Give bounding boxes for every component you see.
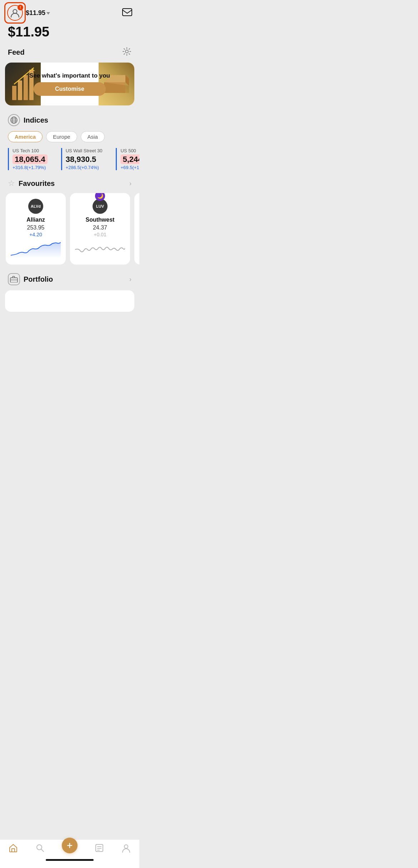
southwest-ticker: LUV [93,199,108,214]
indices-title: Indices [24,116,48,124]
favourites-chevron[interactable]: › [129,180,131,187]
feed-title: Feed [8,48,25,56]
region-tab-europe[interactable]: Europe [46,131,77,142]
feed-header: Feed [0,47,139,63]
briefcase-icon [8,273,20,285]
banner-text: See what's important to you [29,72,110,79]
allianz-ticker: ALVd [28,199,43,214]
index-name: US 500 [120,148,139,153]
index-name: US Tech 100 [13,148,48,153]
fav-left: ☆ Favourites [8,179,55,188]
avatar[interactable]: ! [7,5,23,21]
index-name: US Wall Street 30 [66,148,103,153]
index-change: +69.5(+1.34%) [120,165,139,170]
index-change: +286.5(+0.74%) [66,165,103,170]
svg-rect-3 [12,86,16,100]
portfolio-title: Portfolio [24,275,53,283]
portfolio-chevron[interactable]: › [129,276,131,283]
feed-banner-card: See what's important to you Customise [5,63,134,105]
southwest-name: Southwest [75,217,125,223]
customise-button[interactable]: Customise [34,82,106,96]
star-icon: ☆ [8,179,15,188]
svg-point-2 [125,50,128,53]
feed-settings-button[interactable] [122,47,131,58]
southwest-chart [75,241,125,258]
svg-rect-5 [24,75,28,100]
big-balance: $11.95 [0,23,139,47]
indices-scroll: US Tech 100 18,065.4 +316.8(+1.79%) US W… [0,148,139,170]
balance-dropdown-arrow[interactable] [46,12,50,15]
allianz-chart [11,241,61,258]
indices-header: Indices [0,114,139,131]
fav-card-brent[interactable]: ● Brent 78.0 -0.2 [134,193,139,265]
allianz-price: 253.95 [11,225,61,231]
region-tabs: America Europe Asia [0,131,139,148]
index-change: +316.8(+1.79%) [13,165,48,170]
southwest-price: 24.37 [75,225,125,231]
briefcase-svg [10,276,18,282]
favourites-scroll: ALVd Allianz 253.95 +4.20 🌙 LUV Southwes… [0,193,139,265]
avatar-container[interactable]: ! [7,5,23,21]
allianz-change: +4.20 [11,232,61,237]
header-balance: $11.95 [26,9,45,17]
index-value: 18,065.4 [13,155,48,164]
southwest-change: +0.01 [75,232,125,237]
favourites-header: ☆ Favourites › [0,179,139,193]
region-tab-america[interactable]: America [8,131,43,142]
index-item-us-500[interactable]: US 500 5,244.1 +69.5(+1.34%) [116,148,139,170]
globe-icon [8,114,20,126]
app-header: ! $11.95 [0,0,139,23]
svg-point-0 [13,10,17,14]
fav-card-allianz[interactable]: ALVd Allianz 253.95 +4.20 [6,193,66,265]
svg-rect-4 [18,80,22,100]
svg-marker-9 [125,75,129,86]
portfolio-header: Portfolio › [0,273,139,290]
favourites-title: Favourites [19,179,55,188]
index-value: 5,244.1 [120,155,139,164]
header-left: ! $11.95 [7,5,50,21]
banner-content: See what's important to you Customise [29,72,110,96]
portfolio-left: Portfolio [8,273,53,285]
index-item-us-tech-100[interactable]: US Tech 100 18,065.4 +316.8(+1.79%) [8,148,54,170]
globe-svg [10,116,18,124]
header-balance-row: $11.95 [26,9,50,17]
notification-badge: ! [18,5,23,10]
region-tab-asia[interactable]: Asia [81,131,105,142]
index-value: 38,930.5 [66,155,103,164]
portfolio-card [5,290,134,312]
gear-icon [122,47,131,56]
index-item-wall-street-30[interactable]: US Wall Street 30 38,930.5 +286.5(+0.74%… [61,148,109,170]
svg-rect-1 [123,9,132,16]
mail-button[interactable] [122,8,132,18]
mail-icon [122,8,132,16]
allianz-name: Allianz [11,217,61,223]
fav-card-southwest[interactable]: 🌙 LUV Southwest 24.37 +0.01 [70,193,130,265]
